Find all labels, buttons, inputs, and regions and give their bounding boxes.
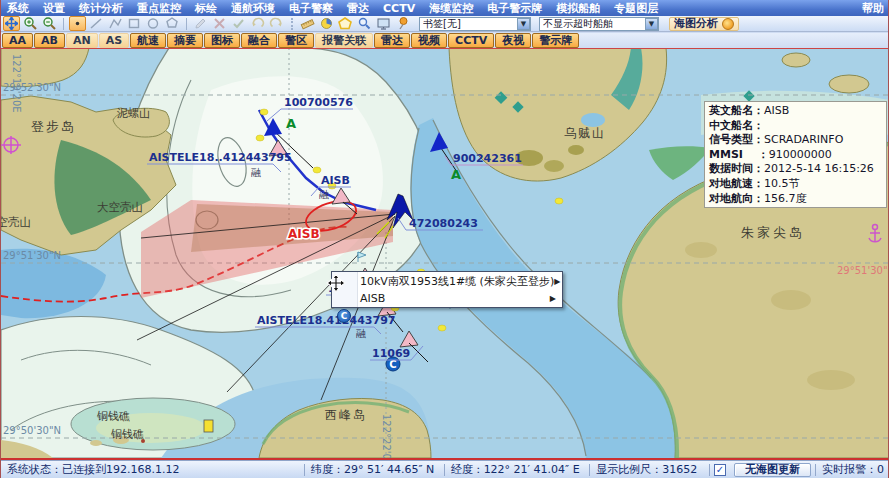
info-label: 英文船名： bbox=[709, 104, 764, 117]
point-tool-icon[interactable] bbox=[69, 16, 86, 31]
vessel-label[interactable]: 100700576 bbox=[284, 96, 353, 109]
button-video[interactable]: 视频 bbox=[411, 33, 447, 48]
lat-label: 29°51'30"N bbox=[3, 250, 61, 261]
svg-text:大空壳山: 大空壳山 bbox=[97, 200, 143, 214]
button-an[interactable]: AN bbox=[66, 33, 98, 48]
pan-tool-icon[interactable] bbox=[3, 16, 20, 31]
chart-analysis-label: 海图分析 bbox=[674, 16, 718, 31]
lon-label: 122°22'0E bbox=[381, 414, 392, 458]
vessel-info-panel: 英文船名：AISB 中文船名： 信号类型：SCRADARINFO MMSI ：9… bbox=[704, 101, 887, 208]
fusion-tag: 融 bbox=[356, 328, 366, 339]
latitude-readout: 纬度：29° 51′ 44.65″ N bbox=[305, 462, 444, 477]
pin-tool-icon[interactable] bbox=[394, 16, 411, 31]
menu-navigation-env[interactable]: 通航环境 bbox=[231, 1, 275, 16]
menu-radar[interactable]: 雷达 bbox=[347, 1, 369, 16]
polyline-tool-icon[interactable] bbox=[107, 16, 124, 31]
info-label: 中文船名： bbox=[709, 119, 764, 132]
button-warning-sign[interactable]: 警示牌 bbox=[532, 33, 579, 48]
undo-tool-icon[interactable] bbox=[249, 16, 266, 31]
menu-settings[interactable]: 设置 bbox=[43, 1, 65, 16]
menu-plotting[interactable]: 标绘 bbox=[195, 1, 217, 16]
vts-application-window: 系统 设置 统计分析 重点监控 标绘 通航环境 电子警察 雷达 CCTV 海缆监… bbox=[0, 0, 889, 478]
vessel-label[interactable]: AISTELE18.412443797 bbox=[257, 314, 395, 327]
menu-system[interactable]: 系统 bbox=[7, 1, 29, 16]
svg-text:C: C bbox=[389, 359, 396, 370]
button-as[interactable]: AS bbox=[99, 33, 129, 48]
context-menu-item-vessel[interactable]: C AISB ▶ bbox=[332, 290, 562, 307]
globe-icon bbox=[722, 18, 734, 30]
button-alert-zone[interactable]: 警区 bbox=[278, 33, 314, 48]
rectangle-tool-icon[interactable] bbox=[126, 16, 143, 31]
search-tool-icon[interactable] bbox=[356, 16, 373, 31]
realtime-alarm-count: 实时报警：0 bbox=[816, 462, 889, 477]
button-cctv[interactable]: CCTV bbox=[448, 33, 494, 48]
line-tool-icon[interactable] bbox=[88, 16, 105, 31]
menu-cable-monitoring[interactable]: 海缆监控 bbox=[429, 1, 473, 16]
toolbar-separator bbox=[63, 18, 64, 30]
svg-text:西峰岛: 西峰岛 bbox=[325, 408, 367, 422]
svg-text:朱家尖岛: 朱家尖岛 bbox=[741, 225, 805, 240]
context-menu-item-cable[interactable]: 10kV南双1953线1#缆 (朱家尖至登步) ▶ bbox=[332, 273, 562, 290]
chevron-down-icon[interactable]: ▼ bbox=[645, 18, 658, 30]
chevron-down-icon[interactable]: ▼ bbox=[517, 18, 530, 30]
button-icon[interactable]: 图标 bbox=[204, 33, 240, 48]
longitude-readout: 经度：122° 21′ 41.04″ E bbox=[445, 462, 590, 477]
context-menu-item-label: 10kV南双1953线1#缆 (朱家尖至登步) bbox=[360, 274, 554, 289]
button-night-vision[interactable]: 夜视 bbox=[495, 33, 531, 48]
move-cursor-icon bbox=[326, 273, 346, 293]
circle-tool-icon[interactable] bbox=[145, 16, 162, 31]
polygon-tool-icon[interactable] bbox=[164, 16, 181, 31]
ruler-tool-icon[interactable] bbox=[299, 16, 316, 31]
chart-analysis-button[interactable]: 海图分析 bbox=[669, 17, 739, 31]
nautical-chart-map[interactable]: 29°52'30"N 29°51'30"N 29°51'30"N 29°50'3… bbox=[1, 48, 889, 460]
button-speed[interactable]: 航速 bbox=[130, 33, 166, 48]
zoom-in-icon[interactable] bbox=[22, 16, 39, 31]
svg-text:大空壳山: 大空壳山 bbox=[1, 215, 31, 229]
vessel-label[interactable]: AISB bbox=[321, 174, 350, 187]
button-summary[interactable]: 摘要 bbox=[167, 33, 203, 48]
pie-analysis-tool-icon[interactable] bbox=[318, 16, 335, 31]
status-bar: 系统状态：已连接到192.168.1.12 纬度：29° 51′ 44.65″ … bbox=[1, 460, 889, 478]
info-label: MMSI ： bbox=[709, 148, 769, 161]
toolbar-dotted-separator bbox=[291, 18, 293, 30]
menu-bar: 系统 设置 统计分析 重点监控 标绘 通航环境 电子警察 雷达 CCTV 海缆监… bbox=[1, 0, 889, 16]
delete-tool-icon[interactable] bbox=[211, 16, 228, 31]
menu-e-police[interactable]: 电子警察 bbox=[289, 1, 333, 16]
bookmark-select[interactable]: 书签[无] ▼ bbox=[419, 17, 531, 31]
capture-tool-icon[interactable] bbox=[375, 16, 392, 31]
menu-e-sign[interactable]: 电子警示牌 bbox=[487, 1, 542, 16]
info-value: SCRADARINFO bbox=[764, 133, 843, 146]
lat-label-right: 29°51'30"N bbox=[837, 265, 889, 276]
zoom-out-icon[interactable] bbox=[41, 16, 58, 31]
chart-update-checkbox[interactable]: ✓ bbox=[714, 464, 726, 476]
info-label: 信号类型： bbox=[709, 133, 764, 146]
info-label: 对地航向： bbox=[709, 192, 764, 205]
menu-simulated-ship[interactable]: 模拟船舶 bbox=[556, 1, 600, 16]
menu-cctv[interactable]: CCTV bbox=[383, 2, 415, 15]
menu-help[interactable]: 帮助 bbox=[862, 1, 884, 16]
button-aa[interactable]: AA bbox=[2, 33, 33, 48]
menu-thematic-layers[interactable]: 专题图层 bbox=[614, 1, 658, 16]
button-fusion[interactable]: 融合 bbox=[241, 33, 277, 48]
redo-tool-icon[interactable] bbox=[268, 16, 285, 31]
button-radar[interactable]: 雷达 bbox=[374, 33, 410, 48]
vessel-filter-select[interactable]: 不显示超时船舶 ▼ bbox=[539, 17, 659, 31]
main-toolbar: 书签[无] ▼ 不显示超时船舶 ▼ 海图分析 bbox=[1, 16, 889, 32]
submenu-arrow-icon: ▶ bbox=[550, 294, 556, 303]
alarm-vessel-label[interactable]: AISB bbox=[288, 227, 320, 241]
button-ab[interactable]: AB bbox=[34, 33, 65, 48]
vessel-label[interactable]: 900242361 bbox=[453, 152, 522, 165]
no-chart-update-button[interactable]: 无海图更新 bbox=[734, 463, 811, 477]
vessel-label[interactable]: AISTELE18..412443795 bbox=[149, 151, 292, 164]
edit-tool-icon[interactable] bbox=[192, 16, 209, 31]
menu-key-monitoring[interactable]: 重点监控 bbox=[137, 1, 181, 16]
button-alarm-link[interactable]: 报警关联 bbox=[315, 33, 373, 48]
info-value: AISB bbox=[764, 104, 789, 117]
menu-statistics[interactable]: 统计分析 bbox=[79, 1, 123, 16]
region-tool-icon[interactable] bbox=[337, 16, 354, 31]
info-value: 10.5节 bbox=[764, 177, 800, 190]
vessel-label[interactable]: 472080243 bbox=[409, 217, 478, 230]
submenu-arrow-icon: ▶ bbox=[554, 277, 560, 286]
confirm-tool-icon[interactable] bbox=[230, 16, 247, 31]
vessel-label[interactable]: 11069 bbox=[372, 347, 410, 360]
